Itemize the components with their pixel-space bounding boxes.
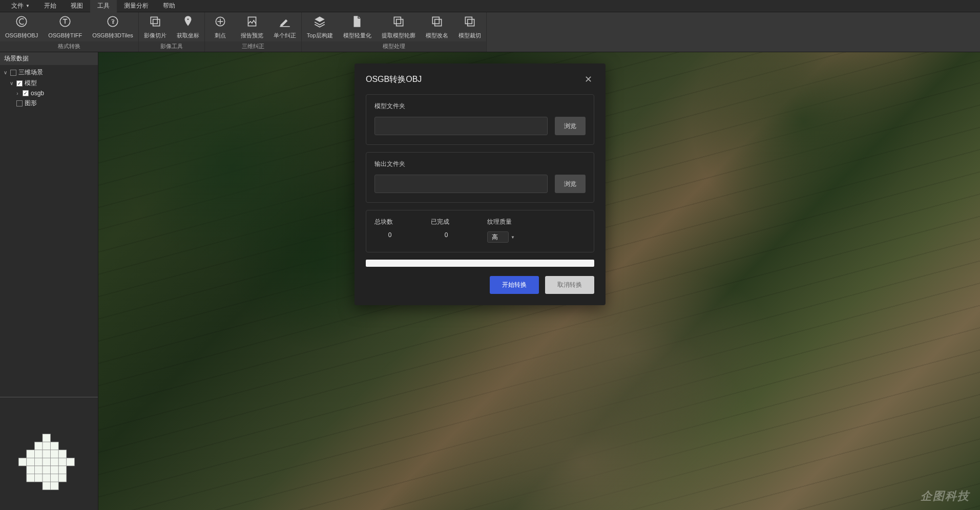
model-folder-section: 模型文件夹 浏览 (366, 94, 594, 145)
extract-outline-icon (392, 14, 405, 29)
tree-label: 图形 (25, 99, 37, 108)
ribbon-group-label: 影像工具 (139, 41, 204, 52)
total-blocks-label: 总块数 (374, 218, 405, 226)
close-icon[interactable]: ✕ (582, 74, 594, 85)
puncture-button[interactable]: 刺点 (205, 12, 236, 41)
get-coord-icon (181, 14, 195, 29)
convert-3d-icon (106, 14, 119, 29)
svg-rect-21 (26, 450, 34, 458)
tree-osgb[interactable]: › ✓ osgb (0, 89, 98, 98)
svg-rect-25 (58, 450, 67, 458)
report-preview-button[interactable]: 报告预览 (236, 12, 268, 41)
ribbon-group-label: 格式转换 (0, 41, 138, 52)
image-slice-button[interactable]: 影像切片 (139, 12, 172, 41)
output-folder-label: 输出文件夹 (374, 160, 586, 168)
rename-button[interactable]: 模型改名 (421, 12, 453, 41)
menubar: 文件▼ 开始 视图 工具 测量分析 帮助 (0, 0, 980, 12)
ribbon-toolbar: OSGB转OBJ OSGB转TIFF OSGB转3DTiles 格式转换 影像切… (0, 12, 980, 52)
watermark: 企图科技 (921, 488, 970, 504)
svg-rect-27 (26, 458, 34, 466)
tree-graphic[interactable]: 图形 (0, 98, 98, 109)
svg-rect-42 (58, 474, 67, 482)
svg-rect-20 (50, 442, 58, 450)
osgb-to-tiff-button[interactable]: OSGB转TIFF (43, 12, 87, 41)
sidebar: 场景数据 ∨ 三维场景 ∨ ✓ 模型 › ✓ osgb 图形 (0, 52, 98, 510)
ribbon-group-correct: 刺点 报告预览 单个纠正 三维纠正 (205, 12, 302, 52)
convert-t-icon (58, 14, 72, 29)
get-coord-button[interactable]: 获取坐标 (172, 12, 204, 41)
menu-start[interactable]: 开始 (37, 0, 64, 12)
viewport-3d[interactable]: 企图科技 OSGB转换OBJ ✕ 模型文件夹 浏览 输出文件夹 浏览 (98, 52, 980, 510)
cancel-convert-button[interactable]: 取消转换 (545, 276, 594, 294)
svg-rect-32 (66, 458, 74, 466)
svg-point-0 (16, 16, 27, 27)
tree-checkbox[interactable] (16, 100, 23, 107)
browse-model-button[interactable]: 浏览 (555, 117, 586, 135)
dropdown-arrow-icon: ▼ (26, 4, 30, 8)
dialog-title: OSGB转换OBJ (366, 74, 422, 85)
svg-rect-17 (43, 434, 51, 442)
single-correct-button[interactable]: 单个纠正 (268, 12, 301, 41)
tree-checkbox[interactable]: ✓ (16, 80, 23, 87)
sidebar-header: 场景数据 (0, 52, 98, 65)
caret-right-icon[interactable]: › (14, 91, 20, 96)
ribbon-group-model: Top层构建 模型轻量化 提取模型轮廓 模型改名 模型裁切 模型处理 (302, 12, 487, 52)
osgb-to-obj-button[interactable]: OSGB转OBJ (0, 12, 43, 41)
tree-model[interactable]: ∨ ✓ 模型 (0, 78, 98, 89)
report-preview-icon (245, 14, 259, 29)
texture-quality-select[interactable]: 高 (487, 231, 509, 243)
crop-icon (463, 14, 476, 29)
svg-rect-43 (43, 482, 51, 490)
tree-root[interactable]: ∨ 三维场景 (0, 67, 98, 78)
top-layer-button[interactable]: Top层构建 (302, 12, 338, 41)
rename-icon (430, 14, 444, 29)
crop-button[interactable]: 模型裁切 (453, 12, 486, 41)
menu-file[interactable]: 文件▼ (4, 0, 37, 12)
svg-rect-23 (43, 450, 51, 458)
minimap[interactable] (0, 397, 98, 510)
total-blocks-value: 0 (374, 231, 405, 239)
svg-rect-44 (50, 482, 58, 490)
menu-measure[interactable]: 测量分析 (117, 0, 156, 12)
svg-rect-35 (43, 466, 51, 474)
svg-rect-12 (396, 19, 403, 26)
progress-bar (366, 260, 594, 267)
osgb-to-3dtiles-button[interactable]: OSGB转3DTiles (87, 12, 138, 41)
texture-quality-label: 纹理质量 (487, 218, 518, 226)
completed-value: 0 (431, 231, 462, 239)
svg-rect-14 (434, 19, 441, 26)
caret-down-icon[interactable]: ∨ (8, 80, 14, 86)
menu-help[interactable]: 帮助 (156, 0, 182, 12)
menu-view[interactable]: 视图 (64, 0, 90, 12)
completed-label: 已完成 (431, 218, 462, 226)
output-folder-input[interactable] (374, 175, 548, 193)
lightweight-button[interactable]: 模型轻量化 (338, 12, 377, 41)
tree-checkbox[interactable] (10, 70, 16, 76)
svg-rect-31 (58, 458, 67, 466)
output-folder-section: 输出文件夹 浏览 (366, 152, 594, 203)
svg-rect-3 (151, 17, 157, 24)
tree-checkbox[interactable]: ✓ (23, 90, 29, 96)
start-convert-button[interactable]: 开始转换 (490, 276, 539, 294)
svg-rect-13 (432, 17, 439, 24)
menu-tools[interactable]: 工具 (90, 0, 117, 12)
caret-down-icon[interactable]: ∨ (2, 70, 8, 75)
scene-tree: ∨ 三维场景 ∨ ✓ 模型 › ✓ osgb 图形 (0, 65, 98, 397)
top-layer-icon (313, 14, 326, 29)
svg-rect-29 (43, 458, 51, 466)
tree-label: 模型 (25, 79, 37, 88)
lightweight-icon (350, 14, 364, 29)
svg-rect-30 (50, 458, 58, 466)
svg-rect-26 (18, 458, 27, 466)
extract-outline-button[interactable]: 提取模型轮廓 (377, 12, 421, 41)
svg-rect-39 (34, 474, 43, 482)
puncture-icon (214, 14, 227, 29)
tree-label: osgb (31, 90, 44, 97)
browse-output-button[interactable]: 浏览 (555, 175, 586, 193)
svg-rect-15 (465, 17, 472, 24)
svg-rect-34 (34, 466, 43, 474)
svg-rect-16 (467, 19, 474, 26)
single-correct-icon (278, 14, 291, 29)
model-folder-input[interactable] (374, 117, 548, 135)
ribbon-group-label: 模型处理 (302, 41, 486, 52)
